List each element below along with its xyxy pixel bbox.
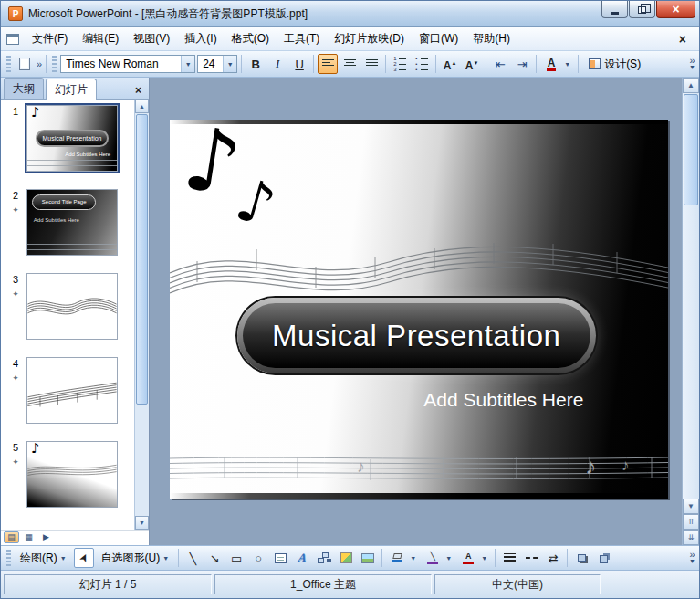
font-size-combo[interactable]: 24 ▼ <box>197 55 237 73</box>
subtitle-placeholder[interactable]: Add Subtitles Here <box>399 389 608 411</box>
autoshapes-menu-button[interactable]: 自选图形(U) ▼ <box>96 548 175 569</box>
scroll-down-icon[interactable]: ▼ <box>683 499 699 514</box>
align-left-button[interactable] <box>318 54 338 74</box>
close-button[interactable]: × <box>656 1 695 18</box>
bullets-button[interactable]: ••• <box>412 54 432 74</box>
slide-thumbnail-5[interactable]: 5 ✦ ♪ <box>5 441 134 508</box>
arrow-style-button[interactable]: ⇄ <box>543 548 563 568</box>
menu-window[interactable]: 窗口(W) <box>412 27 465 50</box>
thumbnail-scrollbar[interactable]: ▲ ▼ <box>134 100 149 530</box>
line-color-button[interactable]: ╲ <box>423 548 443 568</box>
slide-thumbnail-1[interactable]: 1 ♪ Musical Presentation Add Subtitles H… <box>5 105 134 172</box>
restore-button[interactable] <box>629 1 655 18</box>
menu-edit[interactable]: 编辑(E) <box>75 27 126 50</box>
separator <box>313 55 314 73</box>
font-name-combo[interactable]: Times New Roman ▼ <box>60 55 195 73</box>
3d-style-button[interactable] <box>593 548 613 568</box>
menu-slideshow[interactable]: 幻灯片放映(D) <box>327 27 412 50</box>
scroll-thumb[interactable] <box>684 94 698 205</box>
menu-file[interactable]: 文件(F) <box>25 27 75 50</box>
minimize-button[interactable] <box>601 1 628 18</box>
fill-color-button[interactable] <box>387 548 407 568</box>
menu-format[interactable]: 格式(O) <box>225 27 277 50</box>
menu-tools[interactable]: 工具(T) <box>277 27 327 50</box>
clip-art-button[interactable] <box>336 548 356 568</box>
menu-help[interactable]: 帮助(H) <box>465 27 517 50</box>
decrease-indent-button[interactable]: ⇤ <box>490 54 510 74</box>
decrease-font-button[interactable]: A▼ <box>462 54 482 74</box>
mini-slide-background: ♪ <box>27 442 117 507</box>
rectangle-button[interactable]: ▭ <box>226 548 246 568</box>
tab-outline[interactable]: 大纲 <box>4 78 44 99</box>
menu-insert[interactable]: 插入(I) <box>177 27 224 50</box>
close-document-icon[interactable]: × <box>670 32 695 47</box>
dash-style-button[interactable] <box>521 548 541 568</box>
line-style-button[interactable] <box>499 548 519 568</box>
svg-text:♪: ♪ <box>622 457 630 474</box>
select-objects-button[interactable]: ➤ <box>74 548 94 568</box>
new-slide-button[interactable] <box>15 54 35 74</box>
previous-slide-button[interactable]: ⇈ <box>683 514 699 530</box>
toolbar-options-chevron[interactable]: » ▼ <box>689 57 695 71</box>
shadow-style-button[interactable] <box>571 548 591 568</box>
thumbnail-canvas[interactable] <box>26 273 118 340</box>
slide-design-button[interactable]: 设计(S) <box>582 54 647 75</box>
thumbnail-canvas[interactable] <box>26 357 118 424</box>
status-theme: 1_Office 主题 <box>214 574 432 594</box>
increase-indent-button[interactable]: ⇥ <box>512 54 532 74</box>
italic-button[interactable]: I <box>267 54 287 74</box>
pane-close-icon[interactable]: × <box>130 84 147 99</box>
toolbar-options-chevron[interactable]: » ▼ <box>689 551 695 565</box>
scroll-down-icon[interactable]: ▼ <box>135 516 149 530</box>
arrow-button[interactable]: ↘ <box>204 548 225 568</box>
toolbar-drag-handle[interactable] <box>6 56 11 72</box>
align-center-button[interactable] <box>340 54 360 74</box>
font-color-button[interactable]: A <box>458 548 478 568</box>
thumbnail-canvas[interactable]: Second Title Page Add Subtitles Here <box>26 189 118 256</box>
slide-thumbnail-4[interactable]: 4 ✦ <box>5 357 134 424</box>
insert-picture-button[interactable] <box>358 548 378 568</box>
wordart-button[interactable]: A <box>292 548 312 568</box>
diagram-button[interactable] <box>314 548 334 568</box>
font-color-split-button: A ▼ <box>457 547 491 569</box>
toolbar-drag-handle[interactable] <box>6 550 11 566</box>
toolbar-drag-handle[interactable] <box>52 56 57 72</box>
align-justify-button[interactable] <box>361 54 381 74</box>
scroll-up-icon[interactable]: ▲ <box>135 100 149 113</box>
slide-sorter-view-button[interactable]: ▦ <box>21 531 37 543</box>
text-box-button[interactable] <box>270 548 290 568</box>
font-color-dropdown[interactable]: ▼ <box>561 54 573 74</box>
title-placeholder[interactable]: Musical Presentation <box>237 298 596 373</box>
thumbnail-canvas[interactable]: ♪ Musical Presentation Add Subtitles Her… <box>26 105 118 172</box>
chevron-down-icon[interactable]: ▼ <box>181 56 194 72</box>
increase-font-button[interactable]: A▲ <box>440 54 460 74</box>
bold-button[interactable]: B <box>246 54 266 74</box>
thumbnail-canvas[interactable]: ♪ <box>26 441 118 508</box>
oval-button[interactable]: ○ <box>248 548 268 568</box>
slide-canvas[interactable]: ♪ ♪ Musical Presentation <box>170 120 668 499</box>
scroll-track[interactable] <box>135 113 149 516</box>
chevron-down-icon[interactable]: ▼ <box>223 56 236 72</box>
scroll-thumb[interactable] <box>136 114 148 405</box>
menu-view[interactable]: 视图(V) <box>126 27 177 50</box>
numbering-button[interactable]: 123 <box>390 54 410 74</box>
slide-thumbnail-2[interactable]: 2 ✦ Second Title Page Add Subtitles Here <box>5 189 134 256</box>
fill-color-dropdown[interactable]: ▼ <box>407 548 419 568</box>
line-button[interactable]: ╲ <box>183 548 203 568</box>
line-color-dropdown[interactable]: ▼ <box>443 548 454 568</box>
scroll-track[interactable] <box>683 93 699 499</box>
font-color-dropdown[interactable]: ▼ <box>478 548 490 568</box>
editor-scrollbar[interactable]: ▲ ▼ ⇈ ⇊ <box>682 78 699 545</box>
close-icon: × <box>672 2 679 16</box>
slideshow-view-button[interactable]: ▶ <box>38 531 54 543</box>
normal-view-button[interactable]: ▤ <box>4 531 19 543</box>
tab-slides[interactable]: 幻灯片 <box>46 79 97 100</box>
next-slide-button[interactable]: ⇊ <box>683 530 699 545</box>
toolbar-options-chevron[interactable]: » <box>37 60 42 68</box>
slide-thumbnail-3[interactable]: 3 ✦ <box>5 273 134 340</box>
scroll-up-icon[interactable]: ▲ <box>683 78 699 93</box>
underline-button[interactable]: U <box>289 54 309 74</box>
draw-menu-button[interactable]: 绘图(R) ▼ <box>15 548 72 569</box>
font-color-button[interactable]: A <box>541 54 561 74</box>
slide-editor: ♪ ♪ Musical Presentation <box>150 78 682 545</box>
